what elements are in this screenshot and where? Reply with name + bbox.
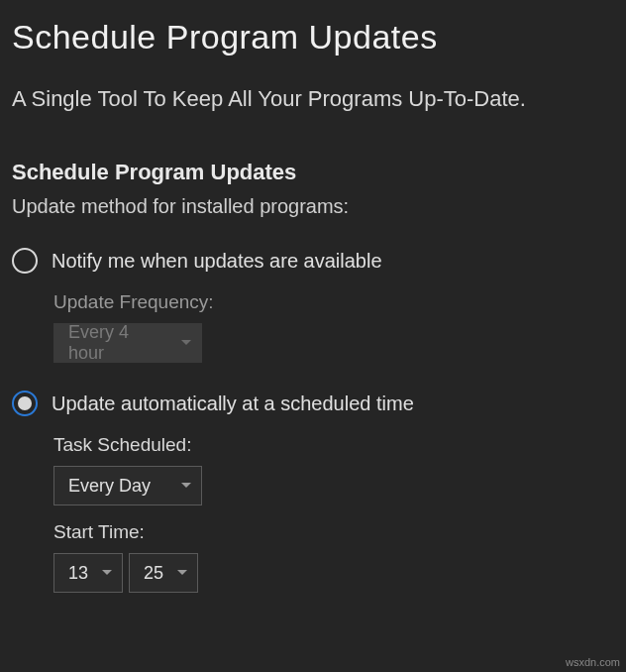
radio-auto[interactable]: Update automatically at a scheduled time — [12, 391, 614, 416]
task-scheduled-label: Task Scheduled: — [53, 434, 614, 456]
start-hour-select[interactable]: 13 — [53, 553, 123, 593]
frequency-select: Every 4 hour — [53, 323, 202, 363]
section-subheading: Update method for installed programs: — [12, 195, 614, 218]
page-subtitle: A Single Tool To Keep All Your Programs … — [12, 86, 614, 112]
chevron-down-icon — [181, 483, 191, 489]
start-hour-value: 13 — [68, 563, 88, 584]
chevron-down-icon — [177, 570, 187, 576]
page-title: Schedule Program Updates — [12, 18, 614, 56]
start-minute-value: 25 — [144, 563, 163, 584]
radio-notify[interactable]: Notify me when updates are available — [12, 248, 614, 274]
task-scheduled-value: Every Day — [68, 476, 151, 497]
start-time-label: Start Time: — [53, 521, 614, 543]
chevron-down-icon — [102, 570, 112, 576]
section-heading: Schedule Program Updates — [12, 160, 614, 185]
chevron-down-icon — [181, 340, 191, 346]
start-minute-select[interactable]: 25 — [129, 553, 198, 593]
radio-icon — [12, 248, 38, 274]
radio-icon — [12, 391, 38, 416]
watermark: wsxdn.com — [566, 656, 620, 668]
task-scheduled-select[interactable]: Every Day — [53, 466, 202, 505]
frequency-label: Update Frequency: — [53, 291, 614, 313]
frequency-value: Every 4 hour — [68, 322, 167, 364]
radio-auto-label: Update automatically at a scheduled time — [52, 392, 414, 415]
radio-notify-label: Notify me when updates are available — [52, 250, 382, 273]
